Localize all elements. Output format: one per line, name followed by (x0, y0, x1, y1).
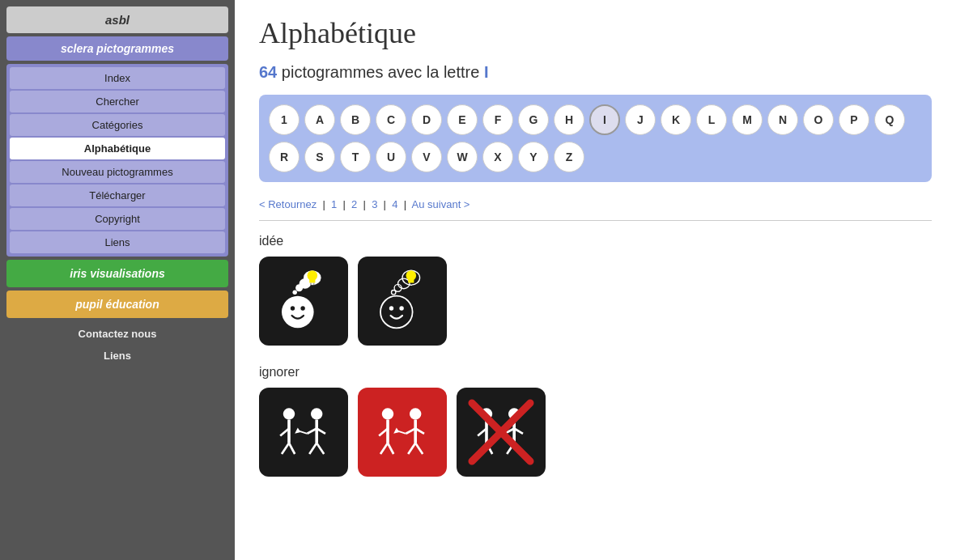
alpha-T[interactable]: T (340, 142, 371, 172)
sidebar-asbl[interactable]: asbl (6, 6, 228, 33)
alpha-C[interactable]: C (376, 104, 406, 135)
svg-point-17 (380, 296, 413, 329)
alpha-V[interactable]: V (411, 142, 442, 172)
alphabet-grid: 1 A B C D E F G H I J K L M N O P Q R S … (259, 95, 932, 182)
pagination-1[interactable]: 1 (331, 198, 337, 210)
alpha-U[interactable]: U (376, 142, 406, 172)
alpha-H[interactable]: H (554, 104, 584, 135)
page-title: Alphabétique (259, 16, 932, 50)
alpha-B[interactable]: B (340, 104, 371, 135)
picto-ignorer-3[interactable] (457, 388, 546, 477)
sidebar: asbl sclera pictogrammes Index Chercher … (0, 0, 235, 560)
svg-point-25 (311, 408, 322, 419)
svg-line-43 (415, 443, 423, 455)
sidebar-item-chercher[interactable]: Chercher (10, 91, 225, 112)
pagination-3[interactable]: 3 (372, 198, 377, 210)
alpha-S[interactable]: S (304, 142, 335, 172)
svg-point-2 (295, 284, 303, 291)
alpha-Q[interactable]: Q (874, 104, 905, 135)
active-letter-display: I (484, 63, 489, 81)
svg-rect-6 (310, 283, 312, 286)
pagination-forward[interactable]: Au suivant > (412, 198, 470, 210)
alpha-K[interactable]: K (661, 104, 691, 135)
pagination-4[interactable]: 4 (392, 198, 397, 210)
alpha-G[interactable]: G (518, 104, 549, 135)
picto-ignorer-3-svg (465, 396, 537, 469)
sidebar-item-alphabetique[interactable]: Alphabétique (10, 138, 225, 159)
count-number: 64 (259, 63, 277, 81)
pagination-back[interactable]: < Retournez (259, 198, 317, 210)
alpha-1[interactable]: 1 (269, 104, 300, 135)
count-line: 64 pictogrammes avec la lettre I (259, 63, 932, 82)
svg-rect-7 (313, 283, 315, 286)
alpha-D[interactable]: D (411, 104, 442, 135)
pagination: < Retournez | 1 | 2 | 3 | 4 | Au suivant… (259, 198, 932, 210)
pictogram-row-idee (259, 257, 932, 346)
word-label-idee: idée (259, 234, 932, 248)
alpha-R[interactable]: R (269, 142, 300, 172)
svg-point-33 (382, 408, 393, 419)
svg-line-30 (317, 443, 324, 455)
sidebar-section-label: sclera pictogrammes (6, 36, 228, 61)
alpha-X[interactable]: X (482, 142, 513, 172)
alpha-L[interactable]: L (696, 104, 727, 135)
svg-point-38 (410, 408, 421, 419)
picto-ignorer-1[interactable] (259, 388, 348, 477)
svg-line-36 (380, 443, 388, 455)
main-content: Alphabétique 64 pictogrammes avec la let… (235, 0, 956, 560)
sidebar-iris[interactable]: iris visualisations (6, 260, 228, 287)
sidebar-item-categories[interactable]: Catégories (10, 114, 225, 136)
svg-rect-16 (408, 279, 414, 283)
count-text: pictogrammes avec la lettre (282, 63, 480, 81)
alphabet-row-2: R S T U V W X Y Z (269, 142, 922, 172)
sidebar-liens-bottom[interactable]: Liens (6, 346, 228, 365)
sidebar-item-telecharger[interactable]: Télécharger (10, 185, 225, 206)
picto-idee-1[interactable] (259, 257, 348, 346)
picto-ignorer-2-svg (366, 396, 439, 469)
svg-rect-5 (309, 279, 315, 283)
picto-idee-2-svg (366, 265, 439, 337)
alpha-J[interactable]: J (625, 104, 656, 135)
alphabet-row-1: 1 A B C D E F G H I J K L M N O P Q (269, 104, 922, 135)
alpha-Z[interactable]: Z (554, 142, 584, 172)
sidebar-contact[interactable]: Contactez nous (6, 325, 228, 343)
alpha-N[interactable]: N (767, 104, 798, 135)
svg-point-20 (283, 408, 295, 419)
svg-point-3 (293, 291, 297, 295)
picto-ignorer-1-svg (267, 396, 340, 469)
picto-idee-2[interactable] (358, 257, 447, 346)
svg-point-4 (308, 270, 318, 281)
pictogram-row-ignorer (259, 388, 932, 477)
divider (259, 220, 932, 221)
pagination-2[interactable]: 2 (351, 198, 357, 210)
alpha-Y[interactable]: Y (518, 142, 549, 172)
svg-line-23 (282, 443, 289, 455)
alpha-W[interactable]: W (447, 142, 478, 172)
svg-point-10 (300, 306, 304, 310)
sidebar-item-copyright[interactable]: Copyright (10, 208, 225, 230)
alpha-P[interactable]: P (839, 104, 869, 135)
svg-point-19 (399, 306, 403, 310)
alpha-A[interactable]: A (304, 104, 335, 135)
svg-line-29 (309, 443, 317, 455)
alpha-F[interactable]: F (482, 104, 513, 135)
sidebar-bottom: Contactez nous Liens (6, 325, 228, 365)
sidebar-item-nouveau[interactable]: Nouveau pictogrammes (10, 161, 225, 183)
alpha-E[interactable]: E (447, 104, 478, 135)
sidebar-nav: Index Chercher Catégories Alphabétique N… (6, 64, 228, 257)
svg-point-15 (406, 270, 417, 281)
alpha-M[interactable]: M (732, 104, 763, 135)
svg-point-8 (282, 296, 314, 329)
picto-ignorer-2[interactable] (358, 388, 447, 477)
sidebar-item-index[interactable]: Index (10, 67, 225, 89)
svg-line-42 (408, 443, 415, 455)
word-section-idee: idée (259, 234, 932, 346)
sidebar-item-liens[interactable]: Liens (10, 231, 225, 253)
alpha-O[interactable]: O (803, 104, 834, 135)
svg-point-18 (389, 306, 393, 310)
svg-point-9 (291, 306, 295, 310)
svg-point-12 (398, 278, 410, 289)
svg-line-37 (388, 443, 393, 455)
sidebar-pupil[interactable]: pupil éducation (6, 291, 228, 318)
alpha-I[interactable]: I (589, 104, 620, 135)
